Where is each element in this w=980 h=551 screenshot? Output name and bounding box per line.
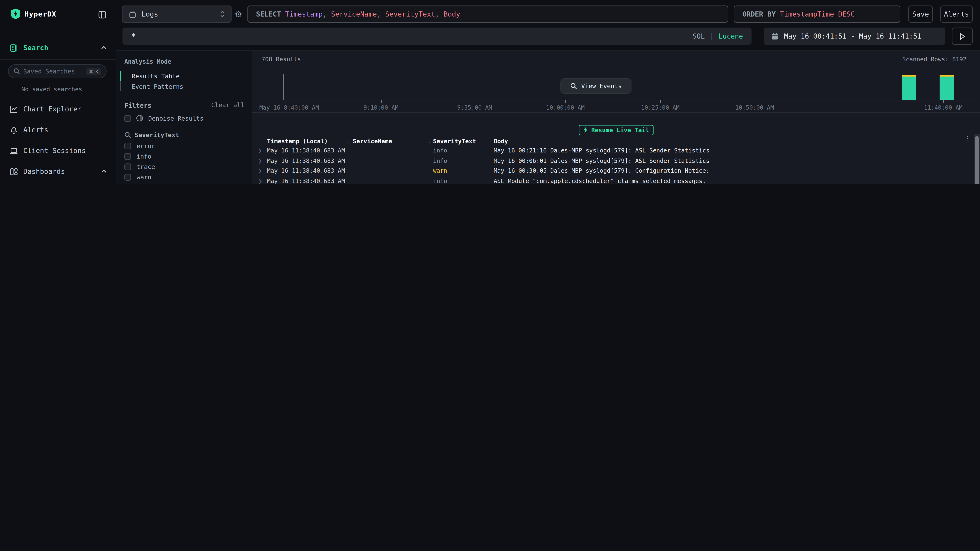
column-header-severitytext[interactable]: SeverityText bbox=[433, 138, 476, 144]
severity-option-label: warn bbox=[137, 174, 151, 181]
hyperdx-logo-icon bbox=[11, 9, 20, 19]
x-tick-label: 10:50:00 AM bbox=[735, 104, 774, 111]
expand-row-chevron-icon[interactable] bbox=[258, 168, 261, 174]
expand-row-chevron-icon[interactable] bbox=[258, 148, 261, 154]
severity-checkbox[interactable] bbox=[124, 164, 131, 170]
cell-timestamp: May 16 11:38:40.683 AM bbox=[267, 177, 345, 184]
bar-segment-warn bbox=[940, 75, 954, 77]
cell-severity: warn bbox=[433, 167, 447, 174]
collapse-sidebar-icon[interactable] bbox=[98, 10, 107, 19]
sql-select-input[interactable]: SELECT Timestamp, ServiceName, SeverityT… bbox=[247, 5, 728, 23]
save-button[interactable]: Save bbox=[908, 5, 933, 23]
topbar: Logs ⚙ SELECT Timestamp, ServiceName, Se… bbox=[116, 0, 980, 51]
histogram-bar[interactable] bbox=[940, 75, 954, 100]
search-icon bbox=[13, 68, 20, 75]
severity-filter-option[interactable]: info bbox=[124, 153, 155, 160]
x-tick-label: 10:25:00 AM bbox=[641, 104, 680, 111]
denoise-filter[interactable]: Denoise Results bbox=[124, 114, 204, 122]
sql-token: Timestamp bbox=[285, 10, 323, 18]
histogram-bar[interactable] bbox=[902, 75, 916, 100]
laptop-icon bbox=[10, 147, 18, 155]
sql-token: , bbox=[323, 10, 331, 18]
log-row[interactable]: May 16 11:38:40.683 AM info ASL Module "… bbox=[252, 176, 974, 184]
filters-panel: Analysis Mode Results Table Event Patter… bbox=[116, 51, 252, 184]
chevron-up-icon bbox=[101, 170, 107, 173]
x-tick bbox=[755, 100, 755, 103]
time-range-picker[interactable]: May 16 08:41:51 - May 16 11:41:51 bbox=[764, 27, 945, 45]
expand-row-chevron-icon[interactable] bbox=[258, 158, 261, 164]
clear-all-button[interactable]: Clear all bbox=[211, 102, 244, 109]
logs-search-icon bbox=[10, 44, 18, 52]
sidebar-item-label: Chart Explorer bbox=[23, 105, 82, 113]
sql-token: TimestampTime DESC bbox=[780, 10, 855, 18]
saved-searches-placeholder: Saved Searches bbox=[23, 68, 75, 75]
x-tick bbox=[565, 100, 566, 103]
divider bbox=[0, 59, 116, 60]
hyperdx-app: HyperDX Search Saved Searches ⌘ K No sav… bbox=[0, 0, 980, 184]
severity-filter-option[interactable]: warn bbox=[124, 174, 155, 181]
log-row[interactable]: May 16 11:38:40.683 AM info May 16 00:06… bbox=[252, 156, 974, 166]
mode-event-patterns[interactable]: Event Patterns bbox=[120, 81, 243, 91]
saved-searches-input[interactable]: Saved Searches ⌘ K bbox=[8, 64, 107, 78]
sidebar-item-search[interactable]: Search bbox=[0, 40, 116, 55]
severity-filter-option[interactable]: trace bbox=[124, 164, 155, 170]
source-select[interactable]: Logs bbox=[122, 5, 232, 23]
severity-option-label: trace bbox=[137, 164, 155, 170]
cell-body: May 16 00:30:05 Dales-MBP syslogd[579]: … bbox=[494, 167, 710, 174]
table-header: Timestamp (Local) ⋮ ServiceName ⋮ Severi… bbox=[252, 137, 974, 146]
sidebar-item-client-sessions[interactable]: Client Sessions bbox=[0, 144, 116, 157]
column-header-servicename[interactable]: ServiceName bbox=[353, 138, 392, 144]
denoise-icon bbox=[136, 114, 143, 122]
severity-group-header[interactable]: SeverityText bbox=[124, 132, 179, 138]
sidebar-item-dashboards[interactable]: Dashboards bbox=[0, 165, 116, 178]
x-tick-label: 11:40:00 AM bbox=[924, 104, 963, 111]
column-header-timestamp[interactable]: Timestamp (Local) bbox=[267, 138, 328, 144]
column-resize-handle[interactable]: ⋮ bbox=[486, 138, 492, 144]
column-header-body[interactable]: Body bbox=[494, 138, 508, 144]
alerts-button[interactable]: Alerts bbox=[940, 5, 973, 23]
dashboards-grid-icon bbox=[10, 168, 18, 176]
expand-row-chevron-icon[interactable] bbox=[258, 179, 261, 184]
column-resize-handle[interactable]: ⋮ bbox=[345, 138, 351, 144]
sidebar-item-chart-explorer[interactable]: Chart Explorer bbox=[0, 102, 116, 116]
run-query-button[interactable] bbox=[952, 27, 973, 45]
sidebar-item-alerts[interactable]: Alerts bbox=[0, 123, 116, 137]
mode-sql-toggle[interactable]: SQL bbox=[692, 32, 705, 40]
scanned-rows: Scanned Rows: 8192 bbox=[902, 56, 967, 62]
sidebar-item-label: Alerts bbox=[23, 126, 48, 134]
play-icon bbox=[959, 33, 965, 40]
log-row[interactable]: May 16 11:38:40.683 AM info May 16 00:21… bbox=[252, 146, 974, 156]
chart-x-axis bbox=[283, 100, 974, 100]
sql-token: SELECT bbox=[256, 10, 285, 18]
scrollbar-thumb[interactable] bbox=[975, 136, 979, 184]
divider bbox=[0, 181, 116, 181]
severity-checkbox[interactable] bbox=[124, 143, 131, 149]
resume-live-tail-button[interactable]: Resume Live Tail bbox=[579, 125, 654, 135]
mode-lucene-toggle[interactable]: Lucene bbox=[719, 32, 743, 40]
severity-checkbox[interactable] bbox=[124, 174, 131, 181]
severity-filter-option[interactable]: error bbox=[124, 143, 155, 149]
cell-body: ASL Module "com.apple.cdscheduler" claim… bbox=[494, 177, 706, 184]
filters-header: Filters Clear all bbox=[124, 102, 244, 109]
mode-results-table[interactable]: Results Table bbox=[120, 71, 243, 81]
severity-checkbox[interactable] bbox=[124, 153, 131, 160]
bar-segment-warn bbox=[902, 75, 916, 77]
log-row[interactable]: May 16 11:38:40.683 AM warn May 16 00:30… bbox=[252, 166, 974, 176]
search-query-input[interactable]: * SQL | Lucene bbox=[123, 27, 751, 45]
cell-severity: info bbox=[433, 177, 447, 184]
table-menu-kebab-icon[interactable]: ⋮ bbox=[964, 136, 971, 142]
source-select-value: Logs bbox=[142, 10, 158, 18]
denoise-label: Denoise Results bbox=[148, 115, 204, 122]
database-icon bbox=[129, 10, 137, 18]
severity-options: error info trace warn bbox=[124, 143, 155, 181]
bar-segment-info bbox=[940, 77, 954, 100]
search-icon bbox=[124, 132, 131, 138]
column-resize-handle[interactable]: ⋮ bbox=[427, 138, 433, 144]
source-settings-gear-icon[interactable]: ⚙ bbox=[235, 9, 242, 19]
order-by-input[interactable]: ORDER BY TimestampTime DESC bbox=[734, 5, 900, 23]
denoise-checkbox[interactable] bbox=[124, 115, 131, 122]
view-events-button[interactable]: View Events bbox=[560, 78, 632, 94]
cell-timestamp: May 16 11:38:40.683 AM bbox=[267, 147, 345, 154]
cell-body: May 16 00:06:01 Dales-MBP syslogd[579]: … bbox=[494, 157, 710, 164]
cell-severity: info bbox=[433, 157, 447, 164]
